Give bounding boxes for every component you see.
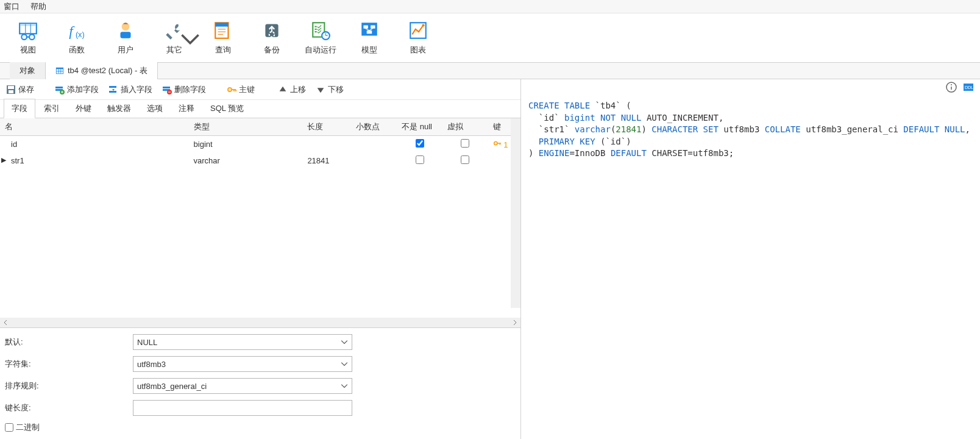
col-notnull[interactable]: 不是 null bbox=[397, 118, 442, 136]
cell-length[interactable]: 21841 bbox=[302, 152, 351, 169]
svg-point-34 bbox=[422, 24, 424, 26]
tab-editor-label: tb4 @test2 (Local) - 表 bbox=[68, 65, 147, 76]
col-length[interactable]: 长度 bbox=[302, 118, 351, 136]
ribbon-function-label: 函数 bbox=[69, 45, 85, 55]
ribbon-function[interactable]: f(x) 函数 bbox=[52, 20, 101, 55]
cell-name[interactable]: str1 bbox=[11, 156, 24, 165]
col-virtual[interactable]: 虚拟 bbox=[442, 118, 488, 136]
cell-decimals[interactable] bbox=[351, 136, 397, 153]
charset-combo[interactable]: utf8mb3 bbox=[133, 356, 352, 372]
menubar: 窗口 帮助 bbox=[0, 0, 980, 13]
scroll-left-icon[interactable] bbox=[2, 319, 9, 326]
ribbon-query[interactable]: 查询 bbox=[199, 20, 247, 55]
ribbon-view[interactable]: 视图 bbox=[4, 20, 52, 55]
subtab-sqlpreview[interactable]: SQL 预览 bbox=[203, 99, 251, 118]
svg-text:(x): (x) bbox=[76, 30, 85, 39]
ribbon-autorun-label: 自动运行 bbox=[305, 45, 336, 55]
cell-type[interactable]: bigint bbox=[189, 136, 303, 153]
svg-rect-50 bbox=[163, 87, 170, 88]
chevron-down-icon bbox=[341, 338, 348, 346]
svg-rect-30 bbox=[367, 30, 372, 34]
col-name[interactable]: 名 bbox=[0, 118, 189, 136]
subtab-fks[interactable]: 外键 bbox=[68, 99, 99, 118]
table-icon bbox=[55, 66, 64, 75]
ribbon-autorun[interactable]: 自动运行 bbox=[296, 20, 345, 55]
svg-rect-28 bbox=[363, 26, 367, 29]
subtab-options[interactable]: 选项 bbox=[140, 99, 170, 118]
svg-point-54 bbox=[228, 88, 232, 91]
primarykey-button[interactable]: 主键 bbox=[224, 83, 257, 96]
ribbon-other[interactable]: 其它 bbox=[150, 20, 199, 55]
chart-icon bbox=[408, 20, 428, 41]
col-decimals[interactable]: 小数点 bbox=[351, 118, 397, 136]
insertfield-button[interactable]: 插入字段 bbox=[106, 83, 155, 96]
menu-window[interactable]: 窗口 bbox=[4, 1, 20, 12]
add-row-icon bbox=[55, 85, 65, 95]
cell-length[interactable] bbox=[302, 136, 351, 153]
tab-editor[interactable]: tb4 @test2 (Local) - 表 bbox=[46, 62, 158, 79]
backup-icon bbox=[261, 20, 282, 41]
cell-virtual[interactable] bbox=[461, 155, 469, 164]
ddl-view[interactable]: CREATE TABLE `tb4` ( `id` bigint NOT NUL… bbox=[521, 95, 980, 165]
ribbon-user[interactable]: 用户 bbox=[101, 20, 150, 55]
default-value: NULL bbox=[137, 338, 341, 347]
cell-notnull[interactable] bbox=[416, 155, 424, 164]
cell-decimals[interactable] bbox=[351, 152, 397, 169]
subtab-indexes[interactable]: 索引 bbox=[37, 99, 67, 118]
cell-notnull[interactable] bbox=[416, 139, 424, 148]
ddl-icon[interactable]: DDL bbox=[963, 82, 974, 93]
cell-name[interactable]: id bbox=[0, 136, 189, 153]
ribbon-user-label: 用户 bbox=[118, 45, 133, 55]
key-index: 1 bbox=[503, 140, 508, 149]
field-row[interactable]: id bigint 1 bbox=[0, 136, 520, 153]
horizontal-scrollbar[interactable] bbox=[0, 318, 520, 327]
col-type[interactable]: 类型 bbox=[189, 118, 303, 136]
tab-objects[interactable]: 对象 bbox=[10, 62, 46, 79]
cell-virtual[interactable] bbox=[461, 139, 469, 148]
svg-text:f: f bbox=[69, 23, 75, 39]
ribbon-chart[interactable]: 图表 bbox=[394, 20, 442, 55]
save-button[interactable]: 保存 bbox=[4, 83, 37, 96]
cell-type[interactable]: varchar bbox=[189, 152, 303, 169]
fields-toolbar: 保存 添加字段 插入字段 删除字段 主键 上移 bbox=[0, 79, 520, 100]
svg-point-58 bbox=[494, 141, 497, 145]
subtab-comment[interactable]: 注释 bbox=[171, 99, 202, 118]
save-icon bbox=[6, 85, 16, 95]
info-icon[interactable] bbox=[946, 82, 957, 93]
ribbon-chart-label: 图表 bbox=[410, 45, 426, 55]
svg-rect-12 bbox=[166, 33, 172, 40]
ribbon-model[interactable]: 模型 bbox=[345, 20, 394, 55]
subtab-fields[interactable]: 字段 bbox=[4, 99, 35, 118]
vertical-scrollbar[interactable] bbox=[511, 118, 520, 308]
chevron-down-icon bbox=[341, 382, 348, 390]
arrow-down-icon bbox=[316, 85, 325, 95]
deletefield-label: 删除字段 bbox=[174, 84, 206, 95]
svg-rect-2 bbox=[20, 24, 36, 26]
default-combo[interactable]: NULL bbox=[133, 334, 352, 350]
svg-rect-48 bbox=[109, 86, 116, 88]
keylen-input[interactable] bbox=[133, 400, 352, 416]
addfield-label: 添加字段 bbox=[67, 84, 99, 95]
moveup-label: 上移 bbox=[290, 84, 306, 95]
movedown-label: 下移 bbox=[328, 84, 344, 95]
moveup-button[interactable]: 上移 bbox=[275, 83, 308, 96]
svg-point-6 bbox=[29, 34, 35, 40]
query-icon bbox=[213, 20, 233, 41]
svg-rect-49 bbox=[109, 91, 116, 93]
ribbon-backup[interactable]: 备份 bbox=[247, 20, 296, 55]
table-glasses-icon bbox=[18, 20, 38, 41]
deletefield-button[interactable]: 删除字段 bbox=[160, 83, 208, 96]
movedown-button[interactable]: 下移 bbox=[313, 83, 346, 96]
fields-grid[interactable]: 名 类型 长度 小数点 不是 null 虚拟 键 id bigint bbox=[0, 118, 520, 318]
binary-checkbox[interactable] bbox=[5, 423, 13, 432]
right-pane: DDL CREATE TABLE `tb4` ( `id` bigint NOT… bbox=[521, 79, 980, 439]
ribbon-query-label: 查询 bbox=[215, 45, 231, 55]
field-row[interactable]: ▶ str1 varchar 21841 bbox=[0, 152, 520, 169]
svg-text:DDL: DDL bbox=[965, 85, 973, 90]
subtab-triggers[interactable]: 触发器 bbox=[100, 99, 138, 118]
collation-combo[interactable]: utf8mb3_general_ci bbox=[133, 378, 352, 394]
addfield-button[interactable]: 添加字段 bbox=[52, 83, 101, 96]
scroll-right-icon[interactable] bbox=[512, 319, 518, 326]
delete-row-icon bbox=[162, 85, 172, 95]
menu-help[interactable]: 帮助 bbox=[30, 1, 46, 12]
